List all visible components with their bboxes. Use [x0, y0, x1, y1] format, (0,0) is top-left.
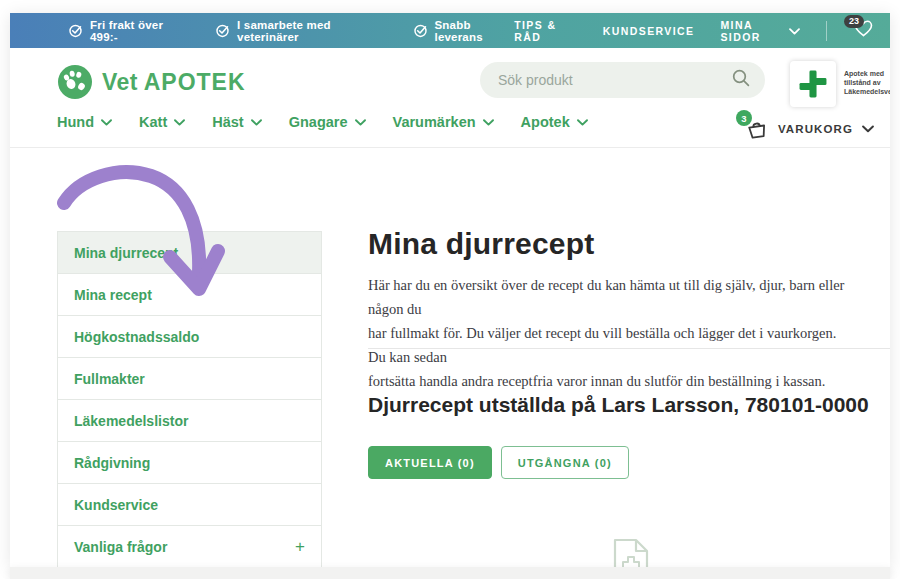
sidebar-item-mina-recept[interactable]: Mina recept [58, 274, 321, 316]
benefit-label: Snabb leverans [435, 19, 515, 43]
nav-item-hund[interactable]: Hund [57, 114, 112, 130]
top-bar: Fri frakt över 499:- I samarbete med vet… [10, 13, 890, 48]
cart-label: VARUKORG [778, 123, 853, 135]
sidebar-item-label: Mina djurrecept [74, 245, 178, 261]
nav-label: Hund [57, 114, 94, 130]
sidebar-item-fullmakter[interactable]: Fullmakter [58, 358, 321, 400]
benefit-label: Fri frakt över 499:- [90, 19, 185, 43]
favorites-button[interactable]: 23 [853, 19, 876, 42]
pharmacy-cross-icon [790, 61, 836, 107]
nav-label: Varumärken [393, 114, 476, 130]
check-circle-icon [413, 23, 428, 38]
benefit-label: I samarbete med veterinärer [237, 19, 382, 43]
nav-label: Apotek [521, 114, 570, 130]
sidebar-item-radgivning[interactable]: Rådgivning [58, 442, 321, 484]
toplink-label: KUNDSERVICE [603, 25, 695, 37]
search-bar [480, 62, 765, 98]
vetapotek-logo[interactable]: VetAPOTEK [57, 64, 246, 100]
paw-logo-icon [57, 64, 93, 100]
divider [826, 21, 827, 41]
expand-plus-icon[interactable]: + [295, 537, 305, 557]
main-nav: Hund Katt Häst Gnagare Varumärken [57, 114, 588, 130]
sidebar-item-kundservice[interactable]: Kundservice [58, 484, 321, 526]
pharmacy-license-badge: Apotek med tillstånd av Läkemedelsverket [790, 61, 890, 107]
cart-button[interactable]: 3 VARUKORG [745, 117, 874, 141]
chevron-down-icon [483, 119, 494, 126]
sidebar-item-label: Mina recept [74, 287, 152, 303]
search-icon[interactable] [731, 68, 751, 92]
chevron-down-icon [251, 119, 262, 126]
divider [368, 348, 890, 349]
nav-label: Katt [139, 114, 167, 130]
benefit-vet-partnership: I samarbete med veterinärer [215, 19, 382, 43]
page-title: Mina djurrecept [368, 227, 594, 261]
section-title: Djurrecept utställda på Lars Larsson, 78… [368, 393, 869, 417]
sidebar-item-label: Fullmakter [74, 371, 145, 387]
nav-label: Gnagare [289, 114, 348, 130]
nav-item-gnagare[interactable]: Gnagare [289, 114, 366, 130]
toplink-label: TIPS & RÅD [514, 19, 577, 43]
page: Fri frakt över 499:- I samarbete med vet… [10, 13, 890, 567]
nav-item-apotek[interactable]: Apotek [521, 114, 588, 130]
cart-count-badge: 3 [736, 110, 752, 126]
intro-paragraph: Här har du en översikt över de recept du… [368, 273, 848, 393]
sidebar-item-label: Kundservice [74, 497, 158, 513]
tab-utgangna[interactable]: UTGÅNGNA (0) [501, 446, 629, 479]
page-fold-strip [10, 567, 890, 579]
top-bar-menu: TIPS & RÅD KUNDSERVICE MINA SIDOR 23 [514, 19, 876, 43]
header: VetAPOTEK Apotek med tillstånd av Läkeme… [10, 48, 890, 148]
toplink-label: MINA SIDOR [720, 19, 783, 43]
basket-icon: 3 [745, 117, 769, 141]
sidebar-item-vanliga-fragor[interactable]: Vanliga frågor + [58, 526, 321, 567]
nav-item-katt[interactable]: Katt [139, 114, 185, 130]
sidebar-item-label: Vanliga frågor [74, 539, 167, 555]
search-input[interactable] [498, 72, 731, 88]
tab-aktuella[interactable]: AKTUELLA (0) [368, 446, 492, 479]
chevron-down-icon [101, 119, 112, 126]
favorites-count-badge: 23 [844, 15, 864, 28]
pharmacy-license-text: Apotek med tillstånd av Läkemedelsverket [844, 61, 890, 96]
chevron-down-icon [355, 119, 366, 126]
empty-prescription-icon [610, 537, 652, 567]
sidebar-item-lakemedelslistor[interactable]: Läkemedelslistor [58, 400, 321, 442]
logo-wordmark: VetAPOTEK [102, 69, 246, 96]
nav-item-varumarken[interactable]: Varumärken [393, 114, 494, 130]
chevron-down-icon [789, 25, 800, 37]
logo-word-vet: Vet [102, 69, 138, 95]
benefit-free-shipping: Fri frakt över 499:- [68, 19, 185, 43]
nav-item-hast[interactable]: Häst [212, 114, 261, 130]
sidebar-item-label: Högkostnadssaldo [74, 329, 199, 345]
chevron-down-icon [174, 119, 185, 126]
sidebar-item-label: Läkemedelslistor [74, 413, 188, 429]
check-circle-icon [68, 23, 83, 38]
chevron-down-icon [577, 119, 588, 126]
toplink-kundservice[interactable]: KUNDSERVICE [603, 25, 695, 37]
nav-label: Häst [212, 114, 243, 130]
screenshot-stage: Fri frakt över 499:- I samarbete med vet… [0, 0, 900, 579]
sidebar-item-hogkostnadssaldo[interactable]: Högkostnadssaldo [58, 316, 321, 358]
prescription-tabs: AKTUELLA (0) UTGÅNGNA (0) [368, 446, 629, 479]
sidebar-item-label: Rådgivning [74, 455, 150, 471]
benefit-list: Fri frakt över 499:- I samarbete med vet… [68, 19, 514, 43]
logo-word-apotek: APOTEK [144, 69, 246, 95]
sidebar-item-mina-djurrecept[interactable]: Mina djurrecept [58, 232, 321, 274]
account-sidebar: Mina djurrecept Mina recept Högkostnadss… [57, 231, 322, 567]
toplink-tips-rad[interactable]: TIPS & RÅD [514, 19, 577, 43]
check-circle-icon [215, 23, 230, 38]
benefit-fast-delivery: Snabb leverans [413, 19, 515, 43]
chevron-down-icon [862, 125, 874, 133]
toplink-mina-sidor[interactable]: MINA SIDOR [720, 19, 800, 43]
